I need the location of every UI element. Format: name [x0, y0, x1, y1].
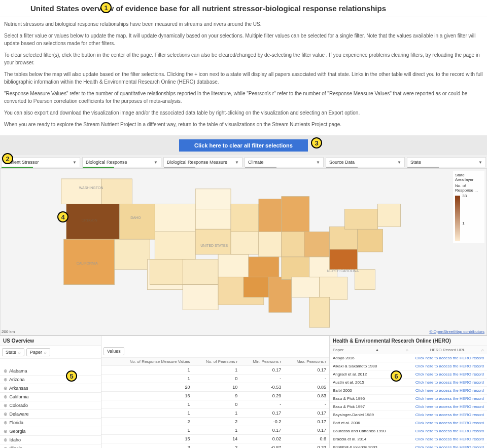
- state-list-panel: US Overview State⌕ Paper⌕ ⊕ Alabama⊕ Ari…: [0, 336, 101, 448]
- hero-rows: Adoyo 2016Click here to access the HERO …: [330, 354, 487, 448]
- filter-label: Source Data: [329, 160, 355, 165]
- hero-link[interactable]: Click here to access the HERO record: [415, 445, 484, 448]
- svg-text:IDAHO: IDAHO: [129, 216, 141, 219]
- hero-row: Angradi et al. 2012Click here to access …: [330, 370, 487, 379]
- hero-row: Austin et al. 2015Click here to access t…: [330, 379, 487, 387]
- column-header[interactable]: Min. Pearsons r: [240, 358, 284, 366]
- hero-row: Bourassa and Cattaneo 1998Click here to …: [330, 427, 487, 435]
- filter-source-data[interactable]: Source Data▼: [326, 157, 405, 167]
- table-row[interactable]: ⊕ Alabama: [0, 367, 101, 376]
- svg-rect-36: [377, 204, 400, 227]
- hero-link[interactable]: Click here to access the HERO record: [415, 396, 484, 401]
- hero-col-url[interactable]: HERO Record URL: [430, 348, 465, 352]
- map-scale: 200 km: [2, 329, 15, 334]
- expand-icon[interactable]: ⊕: [3, 386, 8, 391]
- values-label: Values: [107, 349, 121, 354]
- table-row[interactable]: ⊕ Colorado: [0, 401, 101, 410]
- table-row[interactable]: ⊕ Arizona: [0, 376, 101, 384]
- expand-icon[interactable]: ⊕: [3, 412, 8, 417]
- svg-rect-12: [183, 285, 218, 310]
- table-row: 10--: [101, 375, 329, 383]
- svg-rect-9: [155, 232, 195, 259]
- table-row: 110.170.17: [101, 409, 329, 418]
- column-header[interactable]: [101, 358, 109, 366]
- intro-text: Nutrient stressors and biological respon…: [0, 17, 487, 135]
- intro-p7: When you are ready to explore the Stream…: [4, 121, 483, 128]
- state-filter-pill[interactable]: State⌕: [2, 348, 24, 356]
- expand-icon[interactable]: ⊕: [3, 394, 8, 399]
- search-icon: ⌕: [18, 350, 21, 355]
- hero-link[interactable]: Click here to access the HERO record: [415, 372, 484, 377]
- svg-text:OREGON: OREGON: [82, 218, 97, 222]
- svg-rect-16: [218, 254, 249, 277]
- legend-max: 33: [462, 194, 467, 198]
- expand-icon[interactable]: ⊕: [3, 368, 8, 374]
- us-map[interactable]: 4: [0, 168, 487, 335]
- chevron-down-icon: ▼: [235, 160, 239, 165]
- filter-state[interactable]: State▼: [407, 157, 486, 167]
- filter-label: Biological Response Measure: [167, 160, 227, 165]
- hero-link[interactable]: Click here to access the HERO record: [415, 356, 484, 360]
- table-row[interactable]: ⊕ Idaho: [0, 436, 101, 444]
- filter-bar: 2 Nutrient Stressor▼Biological Response▼…: [0, 156, 487, 168]
- search-icon[interactable]: ⌕: [481, 348, 484, 352]
- filter-climate[interactable]: Climate▼: [245, 157, 324, 167]
- column-header[interactable]: No. of Response Measure Values: [109, 358, 193, 366]
- map-attribution[interactable]: © OpenStreetMap contributors: [429, 329, 484, 334]
- svg-rect-34: [358, 229, 383, 252]
- filter-label: Biological Response: [86, 160, 127, 165]
- clear-filters-button[interactable]: Click here to clear all filter selection…: [179, 139, 308, 152]
- chevron-down-icon: ▼: [73, 160, 77, 165]
- hero-row: Balbi 2000Click here to access the HERO …: [330, 387, 487, 395]
- hero-link[interactable]: Click here to access the HERO record: [415, 404, 484, 409]
- table-row[interactable]: ⊕ Delaware: [0, 410, 101, 419]
- svg-rect-6: [115, 239, 150, 270]
- table-row[interactable]: ⊕ Illinois: [0, 444, 101, 449]
- hero-link[interactable]: Click here to access the HERO record: [415, 429, 484, 433]
- hero-link[interactable]: Click here to access the HERO record: [415, 364, 484, 368]
- svg-rect-38: [309, 297, 330, 327]
- svg-rect-19: [231, 232, 259, 254]
- chevron-down-icon: ▼: [316, 160, 320, 165]
- svg-rect-26: [282, 232, 304, 257]
- svg-rect-13: [195, 189, 231, 209]
- svg-rect-25: [282, 197, 309, 232]
- expand-icon[interactable]: ⊕: [3, 403, 8, 408]
- svg-rect-1: [61, 179, 102, 204]
- table-row[interactable]: ⊕ Arkansas: [0, 384, 101, 393]
- search-icon: ⌕: [44, 350, 47, 355]
- hero-row: Bott et al. 2006Click here to access the…: [330, 419, 487, 427]
- table-row: 110.170.17: [101, 426, 329, 435]
- hero-link[interactable]: Click here to access the HERO record: [415, 413, 484, 417]
- column-header[interactable]: No. of Pearsons r: [193, 358, 241, 366]
- svg-rect-31: [320, 277, 347, 300]
- expand-icon[interactable]: ⊕: [3, 446, 8, 448]
- table-row: 110.170.17: [101, 366, 329, 375]
- hero-link[interactable]: Click here to access the HERO record: [415, 388, 484, 393]
- expand-icon[interactable]: ⊕: [3, 420, 8, 425]
- expand-icon[interactable]: ⊕: [3, 429, 8, 434]
- table-row[interactable]: ⊕ California: [0, 393, 101, 401]
- table-row[interactable]: ⊕ Florida: [0, 419, 101, 427]
- hero-col-paper[interactable]: Paper: [333, 348, 343, 352]
- page-title: United States overview of evidence base …: [0, 0, 487, 17]
- svg-rect-21: [259, 232, 282, 257]
- legend-title: State Area layer: [455, 173, 482, 182]
- filter-biological-response[interactable]: Biological Response▼: [82, 157, 161, 167]
- hero-link[interactable]: Click here to access the HERO record: [415, 380, 484, 385]
- expand-icon[interactable]: ⊕: [3, 377, 8, 382]
- hero-link[interactable]: Click here to access the HERO record: [415, 421, 484, 425]
- hero-link[interactable]: Click here to access the HERO record: [415, 437, 484, 441]
- column-header[interactable]: Max. Pearsons r: [284, 358, 329, 366]
- search-icon[interactable]: ⌕: [406, 348, 408, 352]
- intro-p5: "Response Measure Values" refer to the n…: [4, 90, 483, 105]
- svg-rect-4: [120, 204, 155, 240]
- filter-biological-response-measure[interactable]: Biological Response Measure▼: [163, 157, 242, 167]
- table-row: 1690.290.83: [101, 392, 329, 400]
- table-row[interactable]: ⊕ Georgia: [0, 427, 101, 436]
- values-pill[interactable]: Values: [103, 347, 124, 355]
- svg-rect-11: [183, 259, 218, 285]
- intro-p3: To clear selected filter(s), click the b…: [4, 51, 483, 66]
- paper-filter-pill[interactable]: Paper⌕: [26, 348, 50, 356]
- expand-icon[interactable]: ⊕: [3, 437, 8, 442]
